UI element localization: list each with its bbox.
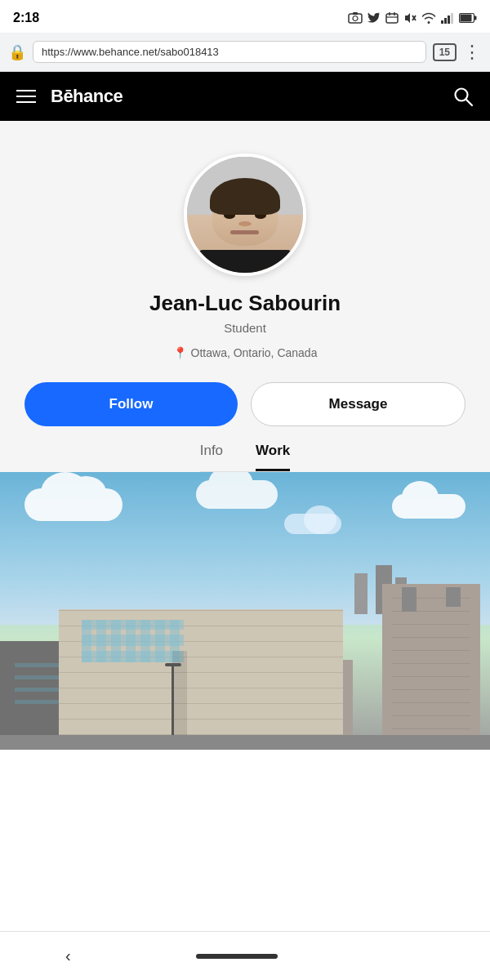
location-pin-icon: 📍 — [173, 346, 187, 359]
buildings — [0, 569, 490, 750]
tab-work[interactable]: Work — [256, 443, 290, 471]
svg-rect-11 — [448, 16, 450, 24]
mouth — [230, 230, 259, 234]
location-text: Ottawa, Ontario, Canada — [191, 346, 318, 359]
svg-rect-9 — [441, 20, 443, 24]
work-section — [0, 472, 490, 750]
hamburger-line-3 — [16, 101, 36, 103]
svg-point-1 — [353, 16, 358, 21]
twitter-icon — [368, 12, 381, 24]
pipe-1 — [402, 587, 416, 612]
building-windows-left — [82, 620, 184, 662]
cloud-1 — [24, 488, 122, 521]
behance-logo[interactable]: Bēhance — [51, 86, 122, 107]
message-button[interactable]: Message — [251, 382, 466, 426]
smokestack-2 — [354, 573, 368, 614]
cloud-4b — [304, 506, 336, 534]
pipe-2 — [446, 587, 461, 607]
status-bar: 2:18 — [0, 0, 490, 33]
svg-rect-0 — [349, 14, 362, 23]
profile-title: Student — [224, 321, 266, 335]
follow-button[interactable]: Follow — [24, 382, 238, 426]
building-main — [59, 609, 343, 750]
browser-bar: 🔒 https://www.behance.net/sabo018413 15 … — [0, 33, 490, 72]
home-pill[interactable] — [196, 954, 278, 959]
bottom-nav: ‹ — [0, 931, 490, 980]
back-arrow-icon[interactable]: ‹ — [65, 947, 71, 965]
signal-icon — [441, 12, 454, 24]
svg-rect-14 — [474, 16, 477, 20]
svg-rect-2 — [353, 12, 358, 15]
svg-rect-12 — [451, 13, 453, 24]
battery-icon — [459, 13, 477, 23]
profile-tabs: Info Work — [200, 426, 291, 472]
browser-menu-icon[interactable]: ⋮ — [463, 42, 482, 63]
tab-info[interactable]: Info — [200, 443, 223, 471]
profile-buttons: Follow Message — [16, 382, 474, 426]
tab-work-label: Work — [256, 443, 290, 458]
calendar-icon — [385, 12, 399, 24]
status-icons — [348, 11, 477, 24]
ground — [0, 735, 490, 750]
nav-left: Bēhance — [16, 86, 122, 107]
search-icon[interactable] — [452, 86, 474, 107]
hamburger-line-1 — [16, 90, 36, 91]
svg-line-17 — [466, 100, 473, 106]
status-time: 2:18 — [13, 11, 39, 25]
profile-section: Jean-Luc Sabourin Student 📍 Ottawa, Onta… — [0, 121, 490, 472]
lamp-arm — [165, 663, 181, 666]
work-image[interactable] — [0, 472, 490, 750]
photo-icon — [348, 12, 363, 24]
mute-icon — [403, 11, 416, 24]
avatar-image — [187, 157, 303, 273]
cloud-3 — [392, 494, 466, 519]
profile-location: 📍 Ottawa, Ontario, Canada — [173, 346, 318, 359]
hamburger-menu[interactable] — [16, 90, 36, 103]
behance-nav: Bēhance — [0, 72, 490, 121]
lamp-post — [172, 663, 174, 735]
svg-rect-3 — [386, 14, 398, 23]
nose — [238, 221, 252, 226]
lock-icon: 🔒 — [8, 43, 26, 61]
svg-rect-15 — [461, 15, 472, 22]
url-bar[interactable]: https://www.behance.net/sabo018413 — [33, 41, 426, 63]
wifi-icon — [421, 12, 436, 24]
avatar — [184, 154, 306, 276]
shirt — [198, 250, 292, 273]
profile-name: Jean-Luc Sabourin — [149, 291, 341, 316]
building-right — [382, 584, 480, 750]
svg-rect-10 — [444, 18, 447, 24]
cloud-2 — [196, 480, 278, 509]
building-right-lines — [392, 592, 470, 742]
tab-count[interactable]: 15 — [433, 43, 457, 61]
hamburger-line-2 — [16, 96, 36, 97]
tab-info-label: Info — [200, 443, 223, 458]
